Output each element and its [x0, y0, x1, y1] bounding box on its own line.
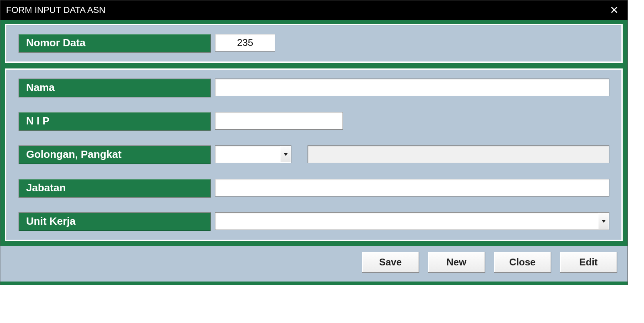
svg-marker-1	[602, 220, 606, 223]
label-nip: N I P	[19, 112, 211, 131]
panel-main-form: Nama N I P Golongan, Pangkat	[5, 68, 623, 241]
row-jabatan: Jabatan	[19, 179, 609, 198]
nama-input[interactable]	[215, 79, 609, 96]
chevron-down-icon[interactable]	[280, 146, 291, 163]
row-unit-kerja: Unit Kerja	[19, 212, 609, 231]
save-button[interactable]: Save	[362, 252, 419, 273]
nomor-data-value: 235	[237, 37, 253, 48]
row-golongan: Golongan, Pangkat	[19, 145, 609, 164]
label-jabatan: Jabatan	[19, 179, 211, 198]
title-bar: FORM INPUT DATA ASN ✕	[0, 0, 627, 20]
nomor-data-field[interactable]: 235	[215, 34, 275, 52]
label-nama: Nama	[19, 79, 211, 97]
svg-marker-0	[284, 153, 288, 156]
edit-button[interactable]: Edit	[560, 252, 617, 273]
window-title: FORM INPUT DATA ASN	[6, 5, 105, 15]
close-button[interactable]: Close	[494, 252, 551, 273]
golongan-combobox[interactable]	[215, 145, 291, 163]
panel-nomor-data: Nomor Data 235	[5, 24, 623, 63]
nip-input[interactable]	[215, 112, 343, 130]
golongan-output	[308, 145, 609, 163]
label-nomor-data: Nomor Data	[19, 34, 211, 53]
row-nip: N I P	[19, 112, 609, 131]
label-unit-kerja: Unit Kerja	[19, 212, 211, 231]
label-golongan: Golongan, Pangkat	[19, 145, 211, 164]
bottom-green-border	[0, 282, 627, 285]
jabatan-input[interactable]	[215, 179, 609, 197]
chevron-down-icon[interactable]	[598, 213, 609, 230]
row-nama: Nama	[19, 79, 609, 97]
outer-green-frame: Nomor Data 235 Nama N I P Gol	[0, 20, 627, 245]
close-icon[interactable]: ✕	[607, 3, 622, 17]
unit-kerja-combobox[interactable]	[215, 212, 609, 230]
button-bar: Save New Close Edit	[0, 245, 627, 282]
new-button[interactable]: New	[428, 252, 485, 273]
window-frame: FORM INPUT DATA ASN ✕ Nomor Data 235 Nam…	[0, 0, 628, 285]
